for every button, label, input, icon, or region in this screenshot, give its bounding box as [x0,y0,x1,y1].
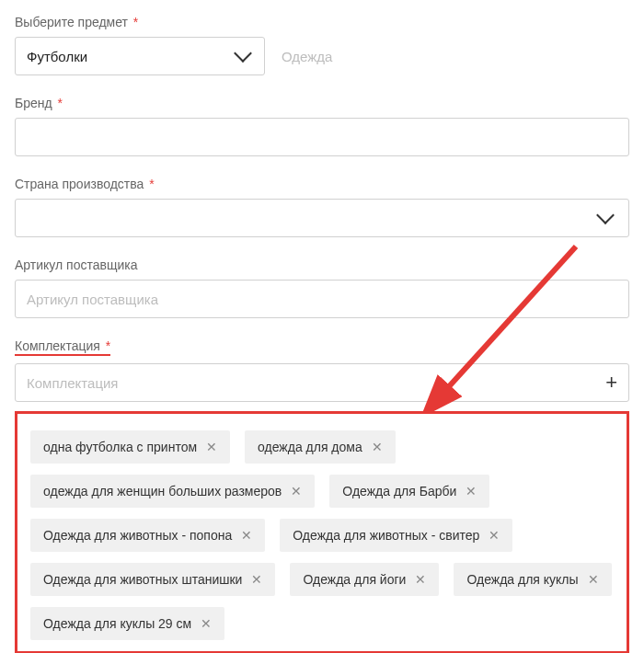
tag-label: Одежда для Барби [342,484,456,498]
chevron-down-icon [234,44,252,63]
tag-label: Одежда для куклы 29 см [43,616,191,631]
plus-icon[interactable]: + [605,371,617,395]
supplier-article-input[interactable]: Артикул поставщика [15,280,629,318]
supplier-article-label: Артикул поставщика [15,258,629,272]
subject-value: Футболки [27,49,87,64]
close-icon[interactable]: ✕ [489,528,500,543]
supplier-article-placeholder: Артикул поставщика [27,292,158,307]
close-icon[interactable]: ✕ [201,616,212,631]
subject-label-text: Выберите предмет [15,15,128,29]
tags-highlight-box: одна футболка с принтом✕одежда для дома✕… [15,411,629,653]
brand-input[interactable] [15,118,629,156]
close-icon[interactable]: ✕ [291,484,302,498]
required-star: * [149,177,154,191]
subject-select[interactable]: Футболки [15,37,265,75]
tag-label: одежда для женщин больших размеров [43,484,282,498]
required-star: * [106,338,110,353]
close-icon[interactable]: ✕ [588,572,599,587]
brand-label-text: Бренд [15,96,52,110]
tags-container: одна футболка с принтом✕одежда для дома✕… [30,430,614,640]
tag-label: одна футболка с принтом [43,440,197,454]
brand-field: Бренд * [15,96,629,156]
tag-chip[interactable]: одежда для женщин больших размеров✕ [30,475,315,508]
equipment-label-underlined: Комплектация * [15,338,110,356]
tag-label: Одежда для йоги [303,572,406,587]
close-icon[interactable]: ✕ [251,572,262,587]
country-label: Страна производства * [15,177,629,191]
equipment-placeholder: Комплектация [27,375,118,391]
close-icon[interactable]: ✕ [415,572,426,587]
close-icon[interactable]: ✕ [466,484,477,498]
tag-label: одежда для дома [258,440,362,454]
tag-chip[interactable]: Одежда для куклы 29 см✕ [30,607,224,640]
tag-chip[interactable]: одежда для дома✕ [245,430,396,464]
supplier-article-field: Артикул поставщика Артикул поставщика [15,258,629,318]
close-icon[interactable]: ✕ [206,440,217,454]
tag-label: Одежда для животных штанишки [43,572,242,587]
tag-chip[interactable]: Одежда для Барби✕ [329,475,489,508]
tag-label: Одежда для животных - попона [43,528,232,543]
tag-chip[interactable]: одна футболка с принтом✕ [30,430,230,464]
required-star: * [133,15,138,29]
tag-label: Одежда для животных - свитер [293,528,479,543]
equipment-field: Комплектация * Комплектация + [15,338,629,402]
tag-chip[interactable]: Одежда для животных - попона✕ [30,519,265,552]
chevron-down-icon [596,206,615,224]
equipment-input[interactable]: Комплектация + [15,363,629,402]
close-icon[interactable]: ✕ [241,528,252,543]
country-label-text: Страна производства [15,177,144,191]
subject-hint: Одежда [282,49,332,64]
required-star: * [58,96,63,110]
tag-chip[interactable]: Одежда для животных - свитер✕ [280,519,512,552]
close-icon[interactable]: ✕ [372,440,383,454]
tag-chip[interactable]: Одежда для йоги✕ [290,563,439,596]
tag-chip[interactable]: Одежда для куклы✕ [454,563,611,596]
brand-label: Бренд * [15,96,629,110]
subject-label: Выберите предмет * [15,15,629,29]
equipment-label-text: Комплектация [15,338,100,353]
subject-field: Выберите предмет * Футболки Одежда [15,15,629,75]
country-select[interactable] [15,199,629,237]
equipment-label: Комплектация * [15,338,629,356]
country-field: Страна производства * [15,177,629,237]
tag-chip[interactable]: Одежда для животных штанишки✕ [30,563,275,596]
tag-label: Одежда для куклы [466,572,578,587]
